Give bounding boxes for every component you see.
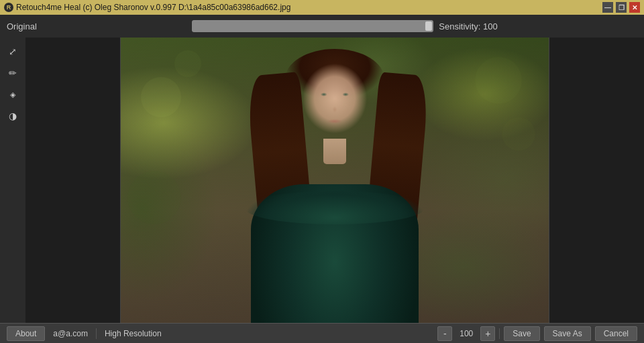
- titlebar: R Retouch4me Heal (c) Oleg Sharonov v.0.…: [0, 0, 644, 15]
- statusbar: About a@a.com High Resolution - 100 + Sa…: [0, 323, 644, 343]
- bokeh-1: [141, 77, 181, 117]
- titlebar-controls: — ❐ ✕: [602, 2, 640, 13]
- separator-2: [499, 328, 500, 339]
- brush-button[interactable]: ✏: [4, 64, 21, 82]
- app-icon: R: [4, 3, 13, 12]
- sidebar: ⤢ ✏ ◈ ◑: [0, 38, 25, 323]
- sensitivity-label: Sensitivity: 100: [439, 21, 497, 31]
- bokeh-2: [174, 50, 201, 77]
- close-button[interactable]: ✕: [629, 2, 640, 13]
- toolbar: Original Sensitivity: 100: [0, 15, 644, 38]
- fit-window-button[interactable]: ⤢: [4, 43, 21, 60]
- brush-icon: ✏: [9, 68, 17, 78]
- photo-display: [120, 38, 549, 323]
- app-icon-label: R: [7, 4, 11, 11]
- face-details: [305, 78, 365, 132]
- contrast-button[interactable]: ◑: [4, 107, 21, 125]
- save-button[interactable]: Save: [504, 326, 539, 341]
- contrast-icon: ◑: [9, 111, 17, 121]
- zoom-in-button[interactable]: +: [480, 326, 495, 341]
- eraser-icon: ◈: [10, 90, 15, 99]
- statusbar-left: About a@a.com High Resolution: [7, 326, 429, 341]
- shoulders: [244, 191, 425, 224]
- email-display: a@a.com: [53, 329, 88, 338]
- canvas-area[interactable]: [25, 38, 644, 323]
- eraser-button[interactable]: ◈: [4, 86, 21, 103]
- sensitivity-thumb: [425, 21, 432, 31]
- fit-icon: ⤢: [9, 46, 17, 57]
- cancel-button[interactable]: Cancel: [595, 326, 637, 341]
- separator-1: [96, 328, 97, 339]
- sensitivity-fill: [192, 20, 433, 32]
- main-area: ⤢ ✏ ◈ ◑: [0, 38, 644, 323]
- sensitivity-container: Sensitivity: 100: [52, 20, 637, 32]
- bokeh-4: [502, 117, 535, 151]
- original-label: Original: [7, 21, 47, 31]
- titlebar-title: Retouch4me Heal (c) Oleg Sharonov v.0.99…: [16, 3, 290, 12]
- restore-button[interactable]: ❐: [616, 2, 627, 13]
- minimize-button[interactable]: —: [602, 2, 613, 13]
- statusbar-right: - 100 + Save Save As Cancel: [437, 326, 637, 341]
- bokeh-5: [127, 171, 181, 224]
- subject: [227, 38, 442, 323]
- zoom-value: 100: [456, 329, 476, 338]
- bokeh-3: [475, 57, 522, 104]
- high-resolution-label: High Resolution: [105, 329, 162, 338]
- titlebar-left: R Retouch4me Heal (c) Oleg Sharonov v.0.…: [4, 3, 290, 12]
- save-as-button[interactable]: Save As: [544, 326, 591, 341]
- zoom-out-button[interactable]: -: [437, 326, 452, 341]
- about-button[interactable]: About: [7, 326, 45, 341]
- sensitivity-slider[interactable]: [192, 20, 433, 32]
- neck: [323, 139, 346, 164]
